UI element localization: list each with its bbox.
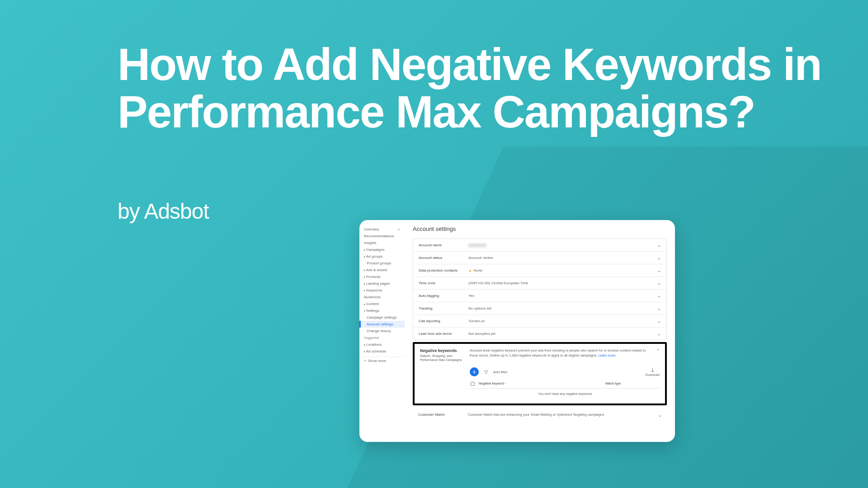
sidebar-item-adgroups[interactable]: ▸Ad groups [359, 253, 405, 260]
row-autotagging[interactable]: Auto-taggingYes⌄ [413, 290, 666, 302]
screenshot-card: Overview ⌂ Recommendations Insights ▸Cam… [359, 220, 675, 442]
row-timezone[interactable]: Time zone(GMT+01:00) Central European Ti… [413, 277, 666, 290]
sidebar-item-products[interactable]: ▸Products [359, 273, 405, 280]
chevron-right-icon: ▸ [364, 276, 365, 278]
sidebar-item-content[interactable]: ▸Content [359, 300, 405, 307]
chevron-right-icon: ▸ [364, 343, 365, 346]
warning-icon: ▲ [468, 268, 472, 272]
column-match-type[interactable]: Match type [605, 382, 660, 386]
download-button[interactable]: ⤓Download [646, 367, 660, 376]
main-content: Account settings Account name⌄ Account s… [405, 220, 675, 442]
chevron-right-icon: ▸ [364, 269, 365, 272]
sidebar-item-campaignsettings[interactable]: Campaign settings [359, 314, 405, 321]
sidebar-suggested-label: Suggested [359, 334, 405, 341]
add-filter-button[interactable]: Add filter [493, 370, 640, 374]
chevron-down-icon: ⌄ [657, 268, 661, 273]
chevron-down-icon: ⌄ [657, 243, 661, 248]
select-all-checkbox[interactable] [471, 382, 475, 386]
sidebar-item-audiences[interactable]: Audiences [359, 294, 405, 300]
chevron-down-icon: ⌄ [657, 306, 661, 311]
sidebar-label: Overview [364, 227, 379, 231]
chevron-down-icon: ⌄ [657, 293, 661, 298]
sidebar-item-recommendations[interactable]: Recommendations [359, 233, 405, 239]
chevron-right-icon: ▸ [364, 350, 365, 353]
row-callreporting[interactable]: Call reportingTurned on⌄ [413, 315, 666, 328]
sidebar-item-overview[interactable]: Overview ⌂ [359, 225, 405, 233]
sidebar-item-productgroups[interactable]: Product groups [359, 260, 405, 267]
sidebar-item-adschedule[interactable]: ▸Ad schedule [359, 348, 405, 355]
negative-keywords-description: Account-level negative keyword prevent y… [470, 348, 651, 362]
home-icon: ⌂ [398, 227, 400, 231]
chevron-down-icon: ▾ [364, 310, 365, 312]
settings-list: Account name⌄ Account statusAccount: Act… [413, 239, 667, 340]
negative-keywords-section: Negative keywords Search, Shopping, and … [413, 342, 667, 405]
sidebar: Overview ⌂ Recommendations Insights ▸Cam… [359, 220, 405, 442]
sidebar-item-landingpages[interactable]: ▸Landing pages [359, 280, 405, 287]
hero-title: How to Add Negative Keywords in Performa… [118, 41, 868, 136]
chevron-down-icon: ⌄ [657, 331, 661, 336]
chevron-right-icon: ▸ [364, 255, 365, 258]
sidebar-item-accountsettings[interactable]: Account settings [359, 321, 405, 328]
filter-icon[interactable]: ▽ [484, 369, 488, 375]
byline: by Adsbot [118, 199, 209, 224]
empty-state-text: You don't have any negative keywords [471, 389, 660, 399]
chevron-down-icon: ⌄ [657, 319, 661, 324]
plus-icon: + [364, 359, 366, 363]
chevron-down-icon: ⌄ [657, 255, 661, 260]
show-more-button[interactable]: +Show more [359, 357, 405, 365]
chevron-right-icon: ▸ [364, 249, 365, 251]
add-keyword-button[interactable]: + [470, 367, 479, 376]
row-customermatch[interactable]: Customer Match Customer Match lists are … [413, 408, 667, 422]
chevron-down-icon: ⌄ [657, 281, 661, 286]
chevron-right-icon: ▸ [364, 303, 365, 305]
sidebar-item-changehistory[interactable]: Change history [359, 328, 405, 334]
negative-keywords-subtitle: Search, Shopping, and Performance Max Ca… [420, 354, 465, 362]
sidebar-item-settings[interactable]: ▾Settings [359, 307, 405, 314]
sort-arrow-icon: ↑ [505, 382, 507, 385]
page-title: Account settings [413, 225, 667, 232]
learn-more-link[interactable]: Learn more [598, 353, 615, 357]
sidebar-item-keywords[interactable]: ▸Keywords [359, 287, 405, 294]
row-leadform[interactable]: Lead form ads termsNot accepted yet⌄ [413, 328, 666, 340]
row-dataprotection[interactable]: Data protection contacts▲None⌄ [413, 264, 666, 277]
column-negative-keyword[interactable]: Negative keyword ↑ [479, 382, 605, 386]
row-tracking[interactable]: TrackingNo options set⌄ [413, 302, 666, 315]
chevron-down-icon: ⌄ [658, 413, 661, 418]
row-accountname[interactable]: Account name⌄ [413, 239, 666, 252]
redacted-value [468, 244, 486, 247]
sidebar-item-adsassets[interactable]: ▸Ads & assets [359, 267, 405, 273]
chevron-up-icon[interactable]: ⌃ [656, 348, 660, 362]
negative-keywords-title: Negative keywords [420, 348, 465, 353]
sidebar-item-insights[interactable]: Insights [359, 239, 405, 246]
chevron-right-icon: ▸ [364, 282, 365, 285]
chevron-right-icon: ▸ [364, 289, 365, 292]
download-icon: ⤓ [646, 367, 660, 373]
sidebar-item-locations[interactable]: ▸Locations [359, 341, 405, 348]
row-accountstatus[interactable]: Account statusAccount: Active⌄ [413, 252, 666, 264]
sidebar-item-campaigns[interactable]: ▸Campaigns [359, 246, 405, 253]
